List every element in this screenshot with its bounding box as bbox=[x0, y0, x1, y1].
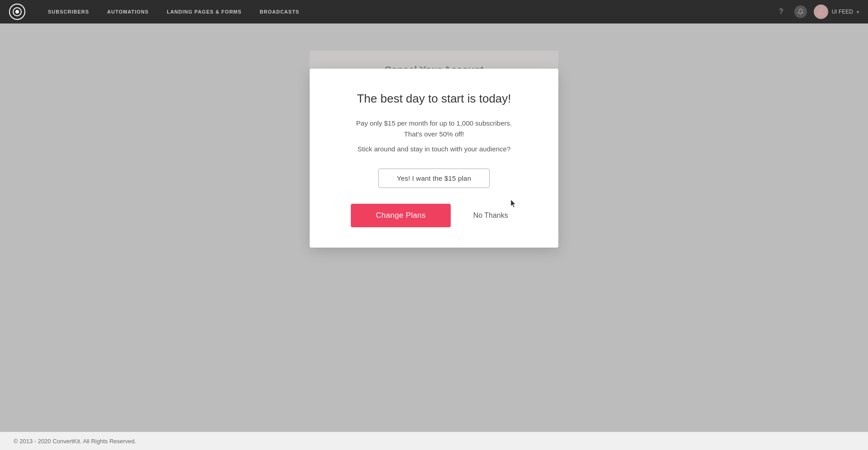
user-menu-chevron: ▾ bbox=[857, 9, 859, 14]
main-content: Cancel Your Account The best day to star… bbox=[0, 23, 868, 432]
footer: © 2013 - 2020 ConvertKit. All Rights Res… bbox=[0, 432, 868, 450]
nav-automations[interactable]: AUTOMATIONS bbox=[98, 0, 158, 23]
no-thanks-button[interactable]: No Thanks bbox=[464, 204, 517, 227]
modal-actions: Change Plans No Thanks bbox=[328, 204, 540, 227]
svg-point-0 bbox=[819, 9, 822, 12]
avatar bbox=[814, 5, 828, 19]
footer-text: © 2013 - 2020 ConvertKit. All Rights Res… bbox=[14, 438, 136, 445]
nav-landing-pages[interactable]: LANDING PAGES & FORMS bbox=[158, 0, 251, 23]
help-icon[interactable]: ? bbox=[775, 5, 788, 18]
navbar-right: ? UI FEED ▾ bbox=[775, 5, 859, 19]
modal-subtext-2: Stick around and stay in touch with your… bbox=[328, 145, 540, 153]
yes-plan-button[interactable]: Yes! I want the $15 plan bbox=[378, 169, 490, 188]
username-label: UI FEED bbox=[832, 9, 853, 15]
app-logo[interactable] bbox=[9, 4, 25, 20]
nav-subscribers[interactable]: SUBSCRIBERS bbox=[39, 0, 98, 23]
user-menu[interactable]: UI FEED ▾ bbox=[814, 5, 859, 19]
main-nav: SUBSCRIBERS AUTOMATIONS LANDING PAGES & … bbox=[39, 0, 775, 23]
modal-subtext-1: Pay only $15 per month for up to 1,000 s… bbox=[328, 118, 540, 140]
logo-icon bbox=[13, 7, 22, 16]
nav-broadcasts[interactable]: BROADCASTS bbox=[251, 0, 309, 23]
upgrade-offer-modal: The best day to start is today! Pay only… bbox=[310, 69, 558, 248]
change-plans-button[interactable]: Change Plans bbox=[351, 204, 450, 227]
navbar: SUBSCRIBERS AUTOMATIONS LANDING PAGES & … bbox=[0, 0, 868, 23]
notifications-icon[interactable] bbox=[794, 5, 807, 18]
modal-headline: The best day to start is today! bbox=[328, 91, 540, 107]
